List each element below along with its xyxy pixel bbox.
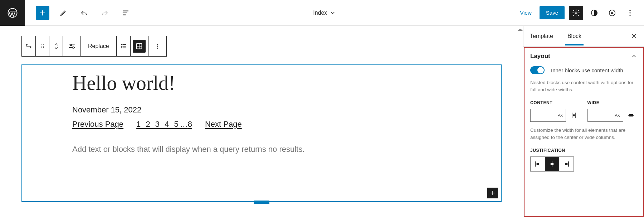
- content-width-unit: PX: [557, 113, 563, 117]
- grid-layout-icon: [135, 42, 143, 50]
- svg-point-16: [72, 47, 74, 48]
- svg-point-19: [121, 47, 122, 48]
- close-icon: [630, 33, 638, 40]
- tab-block[interactable]: Block: [567, 33, 581, 39]
- pagination-ellipsis: …: [180, 120, 188, 129]
- svg-point-14: [43, 47, 43, 48]
- save-button[interactable]: Save: [540, 6, 565, 19]
- list-view-button[interactable]: [119, 6, 132, 20]
- svg-rect-28: [565, 163, 568, 165]
- add-block-button[interactable]: [36, 6, 49, 20]
- content-align-preset[interactable]: [570, 111, 578, 120]
- pagination: Previous Page 1 2 3 4 5…8 Next Page: [72, 120, 451, 129]
- block-toolbar: Replace: [21, 36, 167, 57]
- svg-point-9: [41, 44, 42, 45]
- svg-point-15: [70, 44, 72, 45]
- replace-button[interactable]: Replace: [81, 36, 117, 56]
- filter-settings-button[interactable]: [63, 36, 81, 56]
- block-more-options[interactable]: [148, 36, 166, 56]
- kebab-icon: [626, 9, 634, 17]
- drag-handle[interactable]: [36, 36, 49, 56]
- tab-template[interactable]: Template: [530, 33, 553, 39]
- scroll-up-arrow[interactable]: [518, 26, 523, 31]
- edit-mode-button[interactable]: [57, 6, 70, 20]
- justify-right-icon: [563, 160, 570, 168]
- svg-rect-27: [551, 163, 553, 165]
- pagination-next[interactable]: Next Page: [205, 120, 242, 129]
- wide-width-input[interactable]: PX: [587, 109, 623, 122]
- block-appender-button[interactable]: [487, 188, 498, 198]
- justify-center-button[interactable]: [545, 157, 559, 171]
- inspector-tabs: Template Block: [523, 26, 644, 47]
- content-width-toggle[interactable]: [530, 66, 545, 74]
- svg-point-18: [121, 46, 122, 47]
- settings-button[interactable]: [569, 6, 583, 20]
- gear-icon: [572, 9, 580, 17]
- svg-point-1: [575, 12, 577, 14]
- plus-icon: [489, 190, 496, 196]
- query-loop-icon: [25, 42, 33, 50]
- post-title[interactable]: Hello world!: [72, 72, 451, 95]
- block-type-button[interactable]: [22, 36, 36, 56]
- justify-left-button[interactable]: [531, 157, 545, 171]
- svg-point-5: [629, 12, 630, 13]
- layout-panel-header[interactable]: Layout: [530, 53, 637, 60]
- pagination-previous[interactable]: Previous Page: [72, 120, 123, 129]
- layout-list-button[interactable]: [117, 36, 131, 56]
- undo-icon: [80, 9, 88, 17]
- sliders-icon: [68, 42, 76, 50]
- svg-point-8: [30, 47, 31, 48]
- pagination-numbers[interactable]: 1 2 3 4 5…8: [136, 120, 192, 129]
- redo-icon: [101, 9, 109, 17]
- svg-rect-24: [573, 115, 575, 116]
- svg-point-21: [157, 44, 158, 45]
- no-results-placeholder[interactable]: Add text or blocks that will display whe…: [72, 145, 451, 154]
- drag-icon: [40, 43, 45, 49]
- wordpress-logo[interactable]: [0, 0, 25, 26]
- view-options-button[interactable]: [605, 6, 619, 20]
- svg-point-4: [629, 10, 630, 11]
- justify-right-button[interactable]: [559, 157, 574, 171]
- topbar-left-tools: [25, 6, 132, 20]
- content-width-toggle-row: Inner blocks use content width: [530, 66, 637, 74]
- layout-panel-title: Layout: [530, 53, 550, 60]
- justify-center-icon: [548, 160, 556, 168]
- content-width-label: CONTENT: [530, 100, 580, 105]
- wordpress-icon: [7, 8, 18, 18]
- content-width-col: CONTENT PX: [530, 100, 580, 122]
- view-link[interactable]: View: [517, 7, 535, 19]
- justification-label: JUSTIFICATION: [530, 148, 637, 153]
- work-area: Replace Hello world! November 15, 2022: [0, 26, 644, 217]
- chevron-down-icon: [330, 10, 336, 16]
- post-date[interactable]: November 15, 2022: [72, 105, 451, 115]
- inspector-panel: Template Block Layout Inner blocks use c…: [523, 26, 644, 217]
- query-loop-block[interactable]: Hello world! November 15, 2022 Previous …: [21, 64, 502, 202]
- more-options-button[interactable]: [623, 6, 637, 20]
- styles-icon: [590, 9, 598, 17]
- align-wide-icon: [628, 112, 635, 119]
- svg-point-13: [41, 47, 42, 48]
- undo-button[interactable]: [77, 6, 91, 20]
- wide-align-preset[interactable]: [627, 111, 635, 120]
- block-resize-handle[interactable]: [254, 201, 269, 204]
- pencil-icon: [59, 9, 67, 17]
- layout-grid-button[interactable]: [131, 36, 148, 56]
- layout-panel: Layout Inner blocks use content width Ne…: [524, 47, 644, 217]
- wide-width-label: WIDE: [587, 100, 638, 105]
- list-view-icon: [122, 9, 130, 17]
- content-width-input[interactable]: PX: [530, 109, 566, 122]
- redo-button[interactable]: [98, 6, 112, 20]
- chevron-up-icon: [631, 53, 637, 59]
- justification-group: [530, 156, 574, 172]
- svg-point-22: [157, 46, 158, 47]
- document-title-dropdown[interactable]: Index: [132, 10, 517, 16]
- block-movers[interactable]: [49, 36, 63, 56]
- editor-canvas[interactable]: Replace Hello world! November 15, 2022: [0, 26, 523, 217]
- svg-point-6: [629, 14, 630, 15]
- width-controls: CONTENT PX WIDE: [530, 100, 637, 122]
- compass-icon: [608, 9, 616, 17]
- wide-width-col: WIDE PX: [587, 100, 638, 122]
- wide-width-unit: PX: [615, 113, 620, 117]
- styles-button[interactable]: [587, 6, 601, 20]
- inspector-close-button[interactable]: [630, 33, 638, 40]
